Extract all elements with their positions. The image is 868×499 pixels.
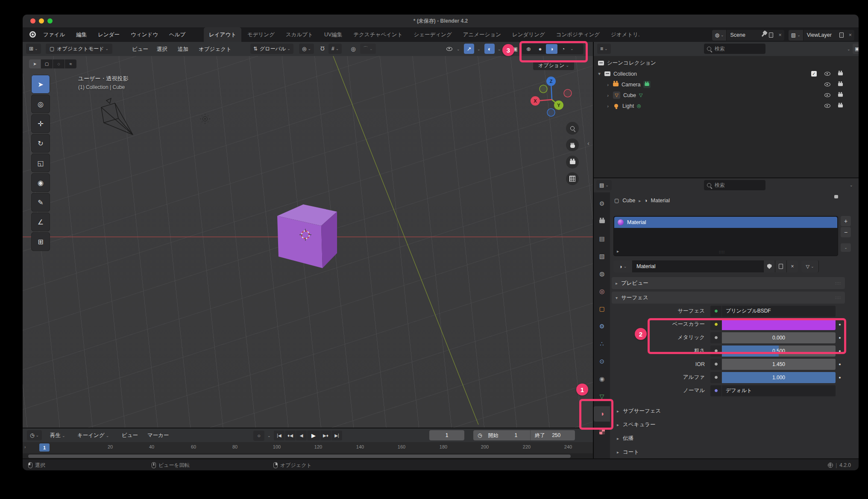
disable-render-toggle[interactable] <box>838 72 843 76</box>
camera-view-button[interactable] <box>566 156 579 168</box>
play-button[interactable]: ▶ <box>307 431 320 440</box>
scene-selector[interactable]: ◍⌄ Scene × <box>712 30 784 41</box>
close-icon[interactable]: × <box>846 30 854 41</box>
disable-render-toggle[interactable] <box>838 83 843 86</box>
hide-eye-toggle[interactable] <box>824 83 830 86</box>
next-keyframe-button[interactable]: ▶♦ <box>320 431 331 440</box>
editor-type-button[interactable]: ▤⌄ <box>596 180 612 190</box>
subsurface-panel-header[interactable]: ▸サブサーフェス <box>612 405 845 417</box>
socket-button[interactable] <box>710 359 721 370</box>
fake-user-button[interactable] <box>763 260 775 272</box>
chevron-down-icon[interactable]: ⌄ <box>457 47 460 51</box>
collection-row[interactable]: ▾ Collection ✓ <box>594 68 859 79</box>
tab-output[interactable]: ▤ <box>594 231 610 246</box>
surface-panel-header[interactable]: ▾ サーフェス :::: <box>612 292 845 304</box>
keyframe-dot-icon[interactable]: ● <box>836 375 844 380</box>
menu-add[interactable]: 追加 <box>178 46 188 53</box>
tool-scale[interactable]: ◱ <box>31 154 50 172</box>
zoom-button[interactable] <box>566 122 579 135</box>
hide-eye-toggle[interactable] <box>824 93 830 97</box>
current-frame-field[interactable]: 1 <box>429 430 464 440</box>
prev-keyframe-button[interactable]: ♦◀ <box>285 431 296 440</box>
tab-texture-paint[interactable]: テクスチャペイント <box>348 27 408 42</box>
play-reverse-button[interactable]: ◀ <box>296 431 307 440</box>
playhead-badge[interactable]: 1 <box>39 443 50 452</box>
viewlayer-name[interactable]: ViewLayer <box>803 32 837 38</box>
chevron-down-icon[interactable]: ⌄ <box>498 47 501 51</box>
menu-object[interactable]: オブジェクト <box>199 46 232 53</box>
object-row-light[interactable]: › Light ◎ <box>594 100 859 111</box>
object-row-cube[interactable]: › ▽ Cube ▽ <box>594 90 859 100</box>
menu-marker[interactable]: マーカー <box>147 432 169 439</box>
object-row-camera[interactable]: › Camera <box>594 79 859 90</box>
remove-slot-button[interactable]: − <box>841 227 851 237</box>
tool-add-cube[interactable]: ⊞ <box>31 232 50 251</box>
menu-view[interactable]: ビュー <box>132 46 148 53</box>
expand-right-icon[interactable]: ▸ <box>617 249 619 254</box>
chevron-down-icon[interactable]: ⌄ <box>477 47 481 51</box>
snap-target-dropdown[interactable]: #⌄ <box>328 44 342 54</box>
search-input[interactable] <box>714 45 762 52</box>
tab-compositing[interactable]: コンポジティング <box>551 27 605 42</box>
menu-select[interactable]: 選択 <box>157 46 167 53</box>
add-slot-button[interactable]: + <box>841 216 851 226</box>
grip-handle[interactable]: :::: <box>835 281 841 285</box>
menu-render[interactable]: レンダー <box>98 31 120 38</box>
specular-panel-header[interactable]: ▸スペキュラー <box>612 419 845 431</box>
cube-object[interactable] <box>277 204 337 268</box>
menu-playback[interactable]: 再生⌄ <box>50 432 65 439</box>
jump-to-start-button[interactable]: |◀ <box>274 431 284 440</box>
transmission-panel-header[interactable]: ▸伝播 <box>612 432 845 444</box>
material-name-input[interactable] <box>633 263 763 269</box>
pin-icon[interactable] <box>762 33 765 37</box>
axis-neg-x-handle[interactable] <box>564 89 572 97</box>
tab-shading[interactable]: シェーディング <box>408 27 457 42</box>
camera-object[interactable] <box>101 98 133 135</box>
breadcrumb-material[interactable]: Material <box>651 198 670 204</box>
select-circle-button[interactable]: ◌ <box>53 59 65 68</box>
start-frame-value[interactable]: 1 <box>514 432 517 438</box>
tab-uv-editing[interactable]: UV編集 <box>319 27 347 42</box>
grip-handle[interactable]: :::: <box>835 295 841 300</box>
hide-eye-toggle[interactable] <box>824 72 830 76</box>
editor-type-button[interactable]: ≡⌄ <box>597 44 611 54</box>
end-frame-value[interactable]: 250 <box>552 432 560 438</box>
timeline-ruler[interactable]: › 1 20 40 60 80 100 120 140 160 180 200 … <box>23 442 593 453</box>
tab-render[interactable] <box>594 213 610 229</box>
tab-constraints[interactable]: ◉ <box>594 371 610 387</box>
menu-keying[interactable]: キーイング⌄ <box>77 432 109 439</box>
menu-window[interactable]: ウィンドウ <box>131 31 158 38</box>
disable-render-toggle[interactable] <box>838 93 843 97</box>
tab-scene[interactable]: ◍ <box>594 266 610 281</box>
menu-edit[interactable]: 編集 <box>76 31 87 38</box>
tab-view-layer[interactable]: ▧ <box>594 248 610 264</box>
tab-world[interactable]: ◎ <box>594 283 610 299</box>
tool-annotate[interactable]: ✎ <box>31 193 50 212</box>
proportional-editing-toggle[interactable]: ◎ <box>348 44 358 54</box>
tab-animation[interactable]: アニメーション <box>458 27 506 42</box>
expand-right-icon[interactable]: › <box>606 103 610 109</box>
falloff-dropdown[interactable]: ⌒⌄ <box>360 44 376 54</box>
auto-keyframe-toggle[interactable]: ○ <box>253 431 264 441</box>
unlink-button[interactable]: × <box>786 260 798 272</box>
copy-icon[interactable] <box>839 32 844 38</box>
tool-move[interactable]: ✛ <box>31 114 50 133</box>
new-material-button[interactable] <box>775 260 786 272</box>
pivot-point-dropdown[interactable]: ◎⌄ <box>299 44 314 54</box>
tab-modifiers[interactable]: ⚙ <box>594 319 610 334</box>
chevron-down-icon[interactable]: ⌄ <box>847 47 850 51</box>
close-icon[interactable]: × <box>776 30 784 41</box>
jump-to-end-button[interactable]: ▶| <box>331 431 342 440</box>
scene-name[interactable]: Scene <box>727 32 760 38</box>
alpha-slider[interactable]: 1.000 <box>722 372 836 383</box>
ortho-toggle-button[interactable] <box>566 172 579 185</box>
snap-magnet-toggle[interactable]: Ω <box>317 44 328 54</box>
region-collapse-arrow[interactable]: ‹ <box>587 140 589 147</box>
show-gizmo-toggle[interactable]: ↗ <box>464 44 474 54</box>
tool-measure[interactable]: ∠ <box>31 213 50 231</box>
keyframe-dot-icon[interactable]: ● <box>836 362 844 366</box>
light-object[interactable] <box>200 114 210 124</box>
tab-physics[interactable]: ⊙ <box>594 354 610 369</box>
axis-neg-z-handle[interactable] <box>547 109 555 116</box>
tool-transform[interactable]: ◉ <box>31 173 50 192</box>
